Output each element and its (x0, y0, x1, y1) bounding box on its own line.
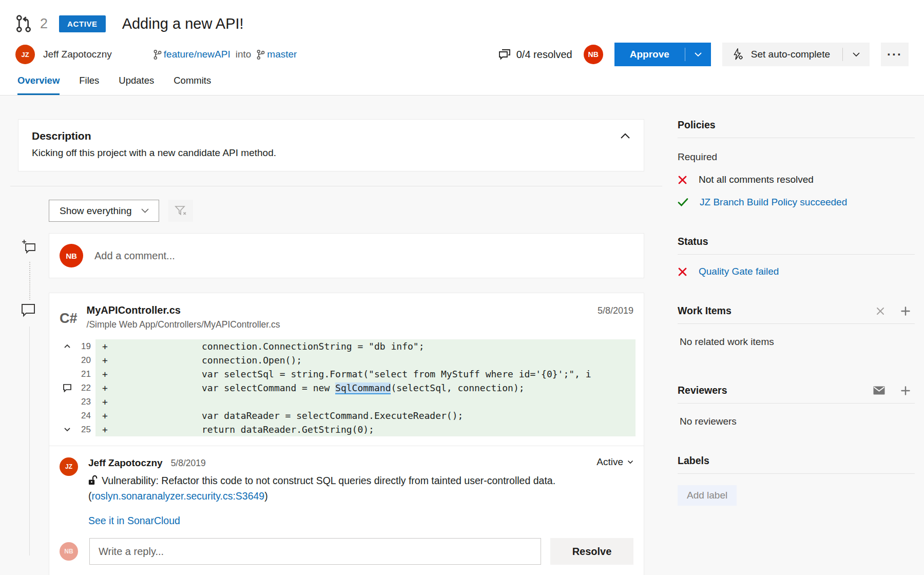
line-number: 21 (78, 369, 91, 379)
more-options-button[interactable]: ··· (881, 43, 909, 66)
section-divider (10, 186, 662, 186)
chevron-down-icon (141, 208, 149, 214)
added-sign: + (102, 424, 109, 435)
comment-date: 5/8/2019 (171, 458, 206, 469)
file-path: /Simple Web App/Controllers/MyAPIControl… (87, 319, 280, 330)
header-actions: 0/4 resolved NB Approve (498, 43, 909, 66)
required-label: Required (678, 151, 915, 163)
add-work-item-button[interactable] (900, 306, 911, 316)
comment-thread-gutter-icon[interactable] (21, 303, 36, 317)
diff-line-21: 21 +var selectSql = string.Format("selec… (49, 367, 644, 381)
author-avatar: JZ (15, 45, 35, 64)
tab-updates[interactable]: Updates (119, 75, 154, 95)
target-branch-link[interactable]: master (267, 49, 297, 60)
commenter-avatar: NB (60, 244, 83, 267)
policies-section: Policies Required Not all comments resol… (678, 119, 915, 208)
reviewers-empty-text: No reviewers (678, 416, 915, 427)
branch-icon (153, 49, 162, 60)
clear-work-items-button[interactable] (876, 306, 885, 316)
clear-filter-button[interactable] (168, 200, 193, 222)
add-comment-gutter-icon[interactable] (22, 239, 38, 255)
branch-icon (256, 49, 265, 60)
added-sign: + (102, 396, 109, 407)
code-highlight[interactable]: SqlCommand (335, 382, 391, 394)
comment-thread: JZ Jeff Zapotoczny 5/8/2019 (49, 446, 644, 565)
policy-item: JZ Branch Build Policy succeeded (678, 197, 915, 208)
reply-input[interactable] (89, 538, 541, 565)
thread-status-dropdown[interactable]: Active (596, 456, 633, 468)
comment-text: ) (264, 490, 268, 502)
diff-line-24: 24 +var dataReader = selectCommand.Execu… (49, 409, 644, 423)
expand-diff-down-icon[interactable] (62, 427, 73, 432)
success-check-icon (678, 198, 688, 207)
branch-info: feature/newAPI into master (153, 49, 297, 60)
policies-title: Policies (678, 119, 716, 131)
chevron-down-icon (843, 52, 870, 57)
set-auto-complete-button[interactable]: Set auto-complete (722, 43, 870, 66)
policy-item: Not all comments resolved (678, 174, 915, 185)
sonar-rule-link[interactable]: roslyn.sonaranalyzer.security.cs:S3649 (92, 490, 265, 502)
line-number: 25 (78, 425, 91, 435)
collapse-diff-up-icon[interactable] (62, 344, 73, 349)
line-number: 23 (78, 397, 91, 407)
file-header: C# MyAPIController.cs /Simple Web App/Co… (49, 293, 644, 337)
work-items-title: Work Items (678, 305, 732, 317)
added-sign: + (102, 382, 109, 393)
tab-overview[interactable]: Overview (17, 75, 60, 95)
vulnerability-lock-icon (88, 475, 98, 486)
policy-link[interactable]: JZ Branch Build Policy succeeded (700, 197, 847, 208)
into-label: into (236, 49, 252, 60)
line-number: 19 (78, 341, 91, 352)
add-label-button[interactable]: Add label (678, 485, 737, 506)
comment-filter-dropdown[interactable]: Show everything (49, 200, 159, 222)
resolved-count-label: 0/4 resolved (516, 49, 572, 61)
approve-button[interactable]: Approve (614, 43, 711, 66)
current-user-avatar: NB (584, 45, 603, 64)
pull-request-icon (15, 14, 32, 33)
chevron-down-icon (685, 52, 711, 57)
fail-x-icon (678, 175, 687, 185)
code-text: var dataReader = selectCommand.ExecuteRe… (202, 410, 463, 421)
add-reviewer-button[interactable] (900, 386, 911, 396)
code-segment: (selectSql, connection); (391, 382, 524, 393)
diff-line-19: 19 +connection.ConnectionString = "db in… (49, 339, 644, 353)
collapse-description-button[interactable] (620, 133, 630, 139)
see-in-sonarcloud-link[interactable]: See it in SonarCloud (88, 515, 180, 527)
resolve-button[interactable]: Resolve (550, 538, 633, 565)
work-items-section: Work Items No related work items (678, 305, 915, 348)
tab-files[interactable]: Files (79, 75, 99, 95)
file-diff-card: C# MyAPIController.cs /Simple Web App/Co… (49, 293, 644, 575)
filter-dropdown-label: Show everything (60, 205, 131, 217)
add-comment-input[interactable] (94, 250, 633, 262)
description-body: Kicking off this project with a new cand… (32, 147, 630, 159)
thread-comment: JZ Jeff Zapotoczny 5/8/2019 (60, 457, 633, 527)
set-auto-complete-label: Set auto-complete (751, 49, 842, 60)
status-link[interactable]: Quality Gate failed (699, 266, 779, 277)
csharp-file-icon: C# (60, 311, 78, 327)
new-comment-card: NB (49, 233, 644, 278)
status-section: Status Quality Gate failed (678, 236, 915, 277)
pr-id: 2 (40, 16, 48, 32)
discussion-column: Description Kicking off this project wit… (0, 119, 662, 575)
tab-commits[interactable]: Commits (174, 75, 211, 95)
file-name[interactable]: MyAPIController.cs (87, 304, 280, 316)
diff-line-20: 20 +connection.Open(); (49, 353, 644, 367)
comment-date: 5/8/2019 (598, 305, 633, 316)
reviewers-section: Reviewers No reviewers (678, 385, 915, 427)
line-comment-icon[interactable] (62, 384, 73, 392)
pr-meta-row: JZ Jeff Zapotoczny feature/newAPI into (15, 42, 909, 67)
reply-user-avatar: NB (60, 542, 78, 561)
chevron-down-icon (627, 460, 633, 464)
comments-resolved-counter[interactable]: 0/4 resolved (498, 49, 572, 61)
description-card: Description Kicking off this project wit… (18, 119, 644, 171)
gutter-thread-line (29, 327, 30, 555)
added-sign: + (102, 369, 109, 379)
status-item: Quality Gate failed (678, 266, 915, 277)
notify-reviewers-mail-button[interactable] (873, 386, 885, 395)
pr-sidebar: Policies Required Not all comments resol… (678, 119, 915, 575)
labels-title: Labels (678, 455, 709, 467)
status-badge: ACTIVE (59, 15, 106, 32)
source-branch-link[interactable]: feature/newAPI (164, 49, 230, 60)
gutter-dotted-line (29, 262, 30, 300)
line-number: 22 (78, 383, 91, 393)
